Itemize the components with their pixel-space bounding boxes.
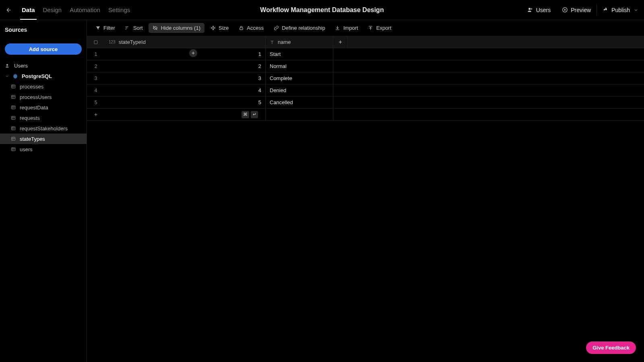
sidebar-item-users[interactable]: Users — [0, 60, 87, 71]
cell-stateTypeId[interactable]: 2 — [105, 60, 266, 72]
table-row[interactable]: 44Denied — [87, 84, 644, 97]
column-header-name[interactable]: name — [266, 36, 333, 48]
column-label: name — [278, 39, 291, 45]
add-column-button[interactable] — [333, 36, 348, 48]
cell-stateTypeId[interactable]: 5 — [105, 97, 266, 108]
table-icon — [10, 136, 16, 141]
add-source-button[interactable]: Add source — [5, 43, 82, 55]
cell-stateTypeId[interactable]: 3 — [105, 72, 266, 84]
table-row[interactable]: 11Start — [87, 48, 644, 60]
chevron-down-icon — [5, 74, 9, 78]
play-circle-icon — [562, 7, 568, 13]
cell-stateTypeId[interactable]: 4 — [105, 84, 266, 96]
row-number: 3 — [87, 72, 105, 84]
define-relationship-button[interactable]: Define relationship — [269, 23, 329, 33]
svg-rect-6 — [12, 95, 15, 99]
publish-button[interactable]: Publish — [597, 0, 644, 20]
preview-label: Preview — [571, 7, 591, 13]
give-feedback-button[interactable]: Give Feedback — [586, 341, 636, 354]
text-type-icon — [270, 40, 275, 45]
top-bar: Data Design Automation Settings Workflow… — [0, 0, 644, 20]
table-label: stateTypes — [20, 136, 45, 142]
number-type-icon: 123 — [109, 40, 116, 44]
tab-data[interactable]: Data — [18, 0, 39, 20]
hide-columns-button[interactable]: Hide columns (1) — [149, 23, 204, 33]
add-row[interactable]: ⌘ ↵ — [87, 109, 644, 121]
sidebar-table-processes[interactable]: processes — [0, 81, 87, 92]
checkbox-icon — [93, 40, 98, 45]
tab-settings[interactable]: Settings — [104, 0, 134, 20]
import-button[interactable]: Import — [331, 23, 362, 33]
column-label: stateTypeId — [119, 39, 146, 45]
tab-automation[interactable]: Automation — [66, 0, 104, 20]
table-toolbar: Filter Sort Hide columns (1) Size Access… — [87, 20, 644, 36]
rocket-icon — [603, 7, 609, 13]
table-icon — [10, 84, 16, 89]
cell-name[interactable]: Normal — [266, 60, 333, 72]
svg-rect-9 — [12, 127, 15, 130]
table-label: processes — [20, 84, 43, 90]
sidebar-table-requests[interactable]: requests — [0, 113, 87, 123]
sidebar-datasource[interactable]: PostgreSQL — [0, 71, 87, 81]
table-label: requestData — [20, 105, 48, 111]
table-row[interactable]: 22Normal — [87, 60, 644, 72]
cell-name[interactable]: Start — [266, 48, 333, 60]
tool-label: Import — [343, 25, 358, 31]
preview-button[interactable]: Preview — [556, 0, 597, 20]
sidebar-heading: Sources — [0, 23, 87, 36]
back-button[interactable] — [0, 7, 18, 13]
row-number: 1 — [87, 48, 105, 60]
sidebar-table-requestStakeholders[interactable]: requestStakeholders — [0, 123, 87, 134]
nav-tabs: Data Design Automation Settings — [18, 0, 134, 20]
tool-label: Access — [247, 25, 264, 31]
kbd-cmd: ⌘ — [242, 111, 249, 118]
users-label: Users — [536, 7, 551, 13]
eye-off-icon — [153, 25, 158, 31]
cell-stateTypeId[interactable]: 1 — [105, 48, 266, 60]
svg-rect-10 — [12, 137, 15, 140]
users-icon — [5, 63, 10, 68]
main-area: Filter Sort Hide columns (1) Size Access… — [87, 20, 644, 362]
filter-button[interactable]: Filter — [91, 23, 119, 33]
svg-rect-7 — [12, 106, 15, 109]
users-icon — [527, 7, 533, 13]
export-button[interactable]: Export — [364, 23, 396, 33]
table-icon — [10, 126, 16, 131]
cell-name[interactable]: Denied — [266, 84, 333, 96]
download-icon — [335, 25, 341, 31]
svg-point-0 — [528, 8, 530, 10]
table-row[interactable]: 33Complete — [87, 72, 644, 84]
users-button[interactable]: Users — [522, 0, 557, 20]
table-label: requestStakeholders — [20, 125, 68, 132]
tool-label: Export — [376, 25, 392, 31]
table-icon — [10, 115, 16, 120]
sidebar-table-requestData[interactable]: requestData — [0, 102, 87, 113]
data-grid: 123 stateTypeId name 11Start22Normal33Co… — [87, 36, 644, 121]
sort-button[interactable]: Sort — [121, 23, 147, 33]
svg-point-1 — [530, 8, 532, 10]
tab-design[interactable]: Design — [39, 0, 66, 20]
grid-header: 123 stateTypeId name — [87, 36, 644, 48]
column-header-stateTypeId[interactable]: 123 stateTypeId — [105, 36, 266, 48]
add-column-fab[interactable] — [189, 49, 197, 57]
table-icon — [10, 95, 16, 99]
cell-name[interactable]: Complete — [266, 72, 333, 84]
access-button[interactable]: Access — [234, 23, 268, 33]
top-right: Users Preview Publish — [522, 0, 644, 20]
sidebar-table-users[interactable]: users — [0, 144, 87, 154]
link-icon — [273, 25, 279, 31]
table-row[interactable]: 55Cancelled — [87, 97, 644, 109]
size-button[interactable]: Size — [206, 23, 233, 33]
page-title: Workflow Management Database Design — [260, 6, 384, 14]
sidebar-table-stateTypes[interactable]: stateTypes — [0, 134, 87, 144]
tool-label: Hide columns (1) — [161, 25, 200, 31]
plus-icon — [338, 39, 343, 45]
row-number: 5 — [87, 97, 105, 108]
sidebar-table-processUsers[interactable]: processUsers — [0, 92, 87, 102]
tool-label: Size — [219, 25, 229, 31]
tool-label: Define relationship — [282, 25, 325, 31]
cell-name[interactable]: Cancelled — [266, 97, 333, 108]
datasource-label: PostgreSQL — [22, 73, 52, 79]
table-icon — [10, 105, 16, 110]
select-all-checkbox[interactable] — [87, 36, 105, 48]
